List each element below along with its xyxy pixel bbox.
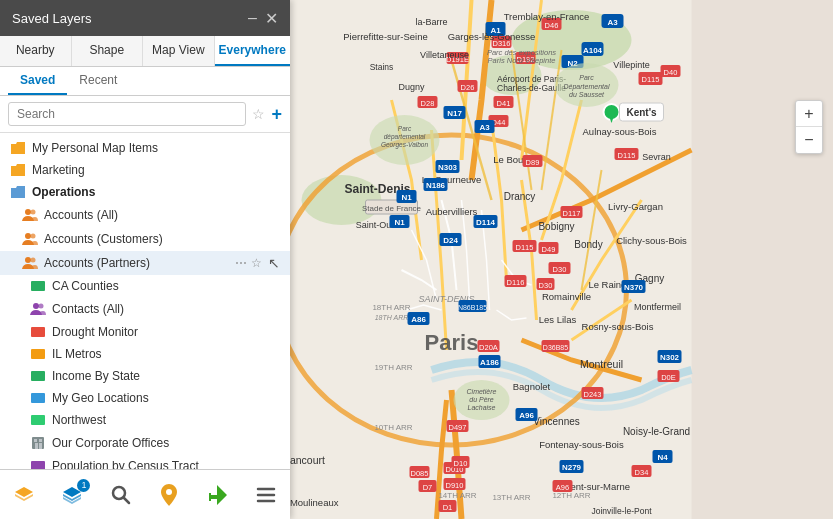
list-item[interactable]: Operations: [0, 181, 290, 203]
people-icon: [30, 301, 46, 317]
list-item[interactable]: Our Corporate Offices: [0, 431, 290, 455]
svg-rect-193: [39, 439, 42, 442]
people-icon: [22, 231, 38, 247]
list-item[interactable]: CA Counties: [0, 275, 290, 297]
list-item[interactable]: My Personal Map Items: [0, 137, 290, 159]
list-item[interactable]: Northwest: [0, 409, 290, 431]
nav-tab-bar: Nearby Shape Map View Everywhere: [0, 36, 290, 67]
svg-text:14TH ARR: 14TH ARR: [438, 491, 476, 500]
svg-text:du Sausset: du Sausset: [569, 91, 605, 98]
pin-button[interactable]: [147, 473, 191, 517]
svg-text:D085: D085: [411, 469, 429, 478]
badge: 1: [77, 479, 90, 492]
svg-text:Fontenay-sous-Bois: Fontenay-sous-Bois: [539, 439, 624, 450]
polygon-icon: [30, 347, 46, 361]
svg-text:19TH ARR: 19TH ARR: [374, 363, 412, 372]
svg-point-202: [166, 489, 172, 495]
svg-point-167: [370, 115, 440, 165]
svg-text:Sevran: Sevran: [642, 152, 671, 162]
svg-text:D30: D30: [553, 265, 567, 274]
list-item[interactable]: Marketing: [0, 159, 290, 181]
list-item[interactable]: Drought Monitor: [0, 321, 290, 343]
list-item-selected[interactable]: Accounts (Partners) ⋯ ☆ ↖: [0, 251, 290, 275]
list-item[interactable]: My Geo Locations: [0, 387, 290, 409]
layer-label: My Personal Map Items: [32, 141, 280, 155]
svg-text:Livry-Gargan: Livry-Gargan: [608, 201, 663, 212]
polygon-icon: [30, 413, 46, 427]
list-item[interactable]: Accounts (All): [0, 203, 290, 227]
folder-blue-icon: [10, 185, 26, 199]
subtab-saved[interactable]: Saved: [8, 67, 67, 95]
star-icon[interactable]: ☆: [251, 256, 262, 270]
search-icon: [111, 485, 131, 505]
layer-list: My Personal Map Items Marketing Operatio…: [0, 133, 290, 519]
zoom-in-button[interactable]: +: [796, 101, 822, 127]
svg-text:Les Lilas: Les Lilas: [539, 314, 577, 325]
layer-label: Drought Monitor: [52, 325, 280, 339]
more-icon[interactable]: ⋯: [235, 256, 247, 270]
minimize-icon[interactable]: –: [248, 9, 257, 28]
svg-rect-186: [31, 371, 45, 381]
svg-text:Bobigny: Bobigny: [538, 221, 574, 232]
list-item[interactable]: Accounts (Customers): [0, 227, 290, 251]
tab-nearby[interactable]: Nearby: [0, 36, 72, 66]
svg-text:D24: D24: [443, 236, 458, 245]
svg-text:D115: D115: [642, 75, 660, 84]
star-icon[interactable]: ☆: [252, 106, 265, 122]
svg-marker-195: [15, 487, 33, 497]
svg-text:D115: D115: [618, 151, 636, 160]
layer-label: Income By State: [52, 369, 280, 383]
layer-label: Accounts (Customers): [44, 232, 280, 246]
subtab-recent[interactable]: Recent: [67, 67, 129, 95]
directions-button[interactable]: [195, 473, 239, 517]
polygon-icon: [30, 391, 46, 405]
svg-text:Aulnay-sous-Bois: Aulnay-sous-Bois: [583, 126, 657, 137]
svg-text:Stains: Stains: [370, 62, 394, 72]
tab-shape[interactable]: Shape: [72, 36, 144, 66]
svg-text:D30: D30: [539, 281, 553, 290]
add-layer-button[interactable]: +: [271, 104, 282, 125]
list-item[interactable]: IL Metros: [0, 343, 290, 365]
list-item[interactable]: Contacts (All): [0, 297, 290, 321]
svg-text:Paris: Paris: [425, 330, 479, 355]
zoom-out-button[interactable]: −: [796, 127, 822, 153]
folder-yellow-icon: [10, 141, 26, 155]
svg-text:Kent's: Kent's: [626, 107, 657, 118]
svg-text:D46: D46: [545, 21, 559, 30]
svg-text:Noisy-le-Grand: Noisy-le-Grand: [623, 426, 690, 437]
svg-text:D1: D1: [443, 503, 453, 512]
sub-tab-bar: Saved Recent: [0, 67, 290, 96]
svg-text:la-Barre: la-Barre: [415, 17, 447, 27]
search-input[interactable]: [8, 102, 246, 126]
svg-rect-190: [35, 443, 38, 449]
svg-text:Garges-lès-Gonesse: Garges-lès-Gonesse: [448, 31, 536, 42]
map-zoom-controls: + −: [795, 100, 823, 154]
svg-text:Lachaise: Lachaise: [467, 404, 495, 411]
item-action-icons: ⋯ ☆: [235, 256, 262, 270]
list-item[interactable]: Income By State: [0, 365, 290, 387]
svg-text:Joinville-le-Pont: Joinville-le-Pont: [592, 506, 653, 516]
close-icon[interactable]: ✕: [265, 9, 278, 28]
svg-rect-192: [34, 439, 37, 442]
search-button[interactable]: [99, 473, 143, 517]
sidebar-header: Saved Layers – ✕: [0, 0, 290, 36]
layer-label: Accounts (All): [44, 208, 280, 222]
svg-text:13TH ARR: 13TH ARR: [492, 493, 530, 502]
layer-label: Marketing: [32, 163, 280, 177]
polygon-icon: [30, 279, 46, 293]
svg-text:D115: D115: [516, 243, 534, 252]
svg-text:D28: D28: [421, 99, 435, 108]
active-layers-button[interactable]: 1: [50, 473, 94, 517]
svg-text:Georges-Valbon: Georges-Valbon: [381, 141, 428, 149]
svg-text:18TH ARR: 18TH ARR: [372, 303, 410, 312]
svg-rect-181: [31, 281, 45, 291]
svg-text:A3: A3: [607, 18, 618, 27]
svg-text:D243: D243: [584, 390, 602, 399]
sidebar-title: Saved Layers: [12, 11, 92, 26]
tab-map-view[interactable]: Map View: [143, 36, 215, 66]
menu-button[interactable]: [244, 473, 288, 517]
svg-rect-188: [31, 415, 45, 425]
layers-button[interactable]: [2, 473, 46, 517]
bottom-toolbar: 1: [0, 469, 290, 519]
tab-everywhere[interactable]: Everywhere: [215, 36, 290, 66]
